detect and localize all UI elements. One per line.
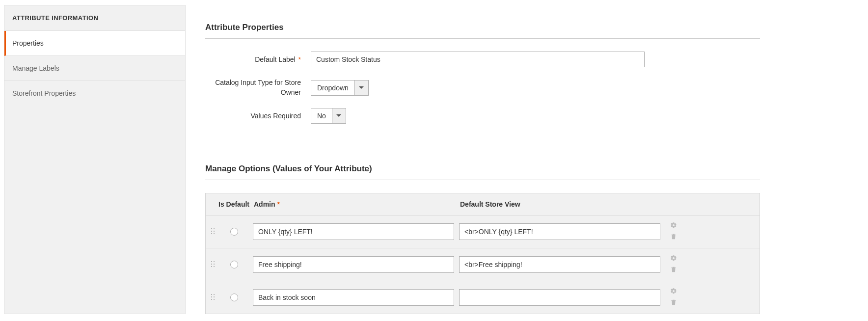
option-default-store-view-input[interactable]: [459, 256, 660, 273]
drag-icon: [211, 294, 216, 301]
row-delete-button[interactable]: [670, 299, 677, 307]
drag-icon: [211, 228, 216, 236]
chevron-down-icon: [359, 86, 364, 89]
row-delete-button[interactable]: [670, 233, 677, 241]
label-text: Default Label: [255, 55, 296, 63]
row-delete-button[interactable]: [670, 266, 677, 274]
chevron-down-icon: [336, 114, 341, 117]
sidebar-item-label: Properties: [12, 39, 44, 47]
select-toggle-button[interactable]: [332, 108, 346, 123]
select-value: Dropdown: [311, 80, 354, 95]
manage-options-table: Is Default Admin * Default Store View: [205, 193, 760, 314]
manage-options-header-row: Is Default Admin * Default Store View: [205, 193, 760, 215]
trash-icon: [670, 266, 677, 273]
label-default-label: Default Label *: [205, 55, 311, 64]
page-root: ATTRIBUTE INFORMATION Properties Manage …: [0, 0, 868, 314]
required-asterisk: *: [277, 200, 279, 208]
option-row: [205, 281, 760, 314]
trash-icon: [670, 299, 677, 306]
drag-handle[interactable]: [208, 261, 218, 268]
label-text: Catalog Input Type for Store Owner: [215, 79, 301, 96]
row-catalog-input-type: Catalog Input Type for Store Owner Dropd…: [205, 78, 760, 97]
sidebar-item-storefront-properties[interactable]: Storefront Properties: [4, 81, 185, 106]
catalog-input-type-select[interactable]: Dropdown: [311, 80, 369, 96]
is-default-radio[interactable]: [230, 228, 238, 236]
gear-icon: [670, 222, 677, 229]
option-default-store-view-input[interactable]: [459, 289, 660, 306]
drag-handle[interactable]: [208, 228, 218, 236]
header-default-store-view: Default Store View: [459, 200, 665, 208]
row-values-required: Values Required No: [205, 108, 760, 124]
sidebar-header: ATTRIBUTE INFORMATION: [4, 5, 185, 31]
option-admin-input[interactable]: [253, 256, 454, 273]
header-admin-text: Admin: [254, 200, 275, 208]
option-row: [205, 215, 760, 248]
main-content: Attribute Properties Default Label * Cat…: [205, 5, 868, 314]
row-settings-button[interactable]: [670, 255, 677, 263]
attribute-info-sidebar: ATTRIBUTE INFORMATION Properties Manage …: [4, 5, 186, 314]
select-toggle-button[interactable]: [354, 80, 368, 95]
label-values-required: Values Required: [205, 111, 311, 121]
drag-handle[interactable]: [208, 294, 218, 301]
sidebar-item-label: Storefront Properties: [12, 89, 76, 97]
header-is-default: Is Default: [218, 200, 253, 208]
values-required-select[interactable]: No: [311, 108, 346, 124]
row-settings-button[interactable]: [670, 288, 677, 296]
label-catalog-input-type: Catalog Input Type for Store Owner: [205, 78, 311, 97]
option-default-store-view-input[interactable]: [459, 223, 660, 240]
trash-icon: [670, 233, 677, 240]
sidebar-item-label: Manage Labels: [12, 64, 59, 72]
option-admin-input[interactable]: [253, 223, 454, 240]
section-title-attribute-properties: Attribute Properties: [205, 23, 760, 39]
section-title-manage-options: Manage Options (Values of Your Attribute…: [205, 164, 760, 180]
row-settings-button[interactable]: [670, 222, 677, 230]
is-default-radio[interactable]: [230, 294, 238, 301]
gear-icon: [670, 255, 677, 262]
row-default-label: Default Label *: [205, 52, 760, 67]
label-text: Values Required: [251, 112, 301, 120]
sidebar-item-manage-labels[interactable]: Manage Labels: [4, 56, 185, 81]
drag-icon: [211, 261, 216, 268]
gear-icon: [670, 288, 677, 294]
option-admin-input[interactable]: [253, 289, 454, 306]
option-row: [205, 248, 760, 281]
sidebar-item-properties[interactable]: Properties: [4, 31, 185, 56]
is-default-radio[interactable]: [230, 261, 238, 268]
select-value: No: [311, 108, 332, 123]
header-admin: Admin *: [253, 200, 459, 208]
default-label-input[interactable]: [311, 52, 645, 67]
required-asterisk: *: [298, 55, 301, 63]
